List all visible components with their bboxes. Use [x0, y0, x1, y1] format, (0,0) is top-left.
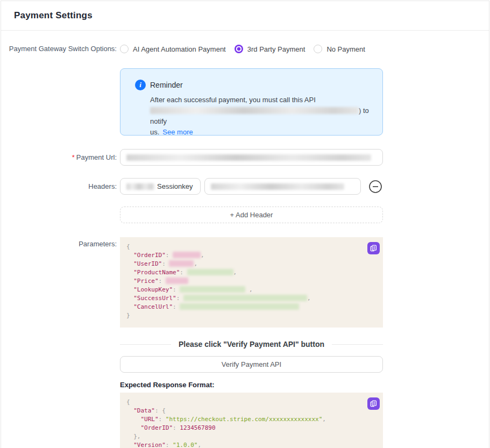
redacted-header-value	[211, 183, 344, 190]
radio-checked-icon[interactable]	[235, 45, 243, 53]
redacted-cancel-url	[180, 303, 299, 310]
redacted-order-id	[173, 252, 201, 258]
redacted-success-url	[183, 295, 307, 301]
payment-settings-card: Payment Settings Payment Gateway Switch …	[1, 1, 489, 448]
reminder-line1: After each successful payment, you must …	[150, 95, 370, 105]
header-key-input[interactable]: Sessionkey	[120, 178, 201, 195]
card-header: Payment Settings	[1, 1, 489, 31]
remove-header-button[interactable]	[368, 180, 382, 194]
expected-response-code-block: { "Data": { "URL": "https://checkout.str…	[120, 393, 383, 448]
code-line: "URL": "https://checkout.stripe.com/xxxx…	[126, 415, 377, 424]
expected-response-heading: Expected Response Format:	[120, 381, 489, 389]
parameters-row: Parameters: { "OrderID": ,	[1, 237, 489, 328]
reminder-row: i Reminder After each successful payment…	[1, 68, 489, 136]
redacted-price	[166, 278, 188, 284]
gateway-options-row: Payment Gateway Switch Options: AI Agent…	[1, 44, 489, 54]
payment-settings-form: Payment Gateway Switch Options: AI Agent…	[1, 31, 489, 448]
radio-label: 3rd Party Payment	[247, 45, 306, 53]
payment-url-input[interactable]	[120, 149, 383, 166]
code-line: "UserID": ,	[126, 260, 377, 268]
radio-unchecked-icon[interactable]	[314, 45, 322, 53]
redacted-product-name	[187, 269, 233, 275]
reminder-body: After each successful payment, you must …	[135, 95, 370, 138]
redacted-lookup-key	[180, 286, 245, 293]
required-mark: *	[72, 153, 75, 161]
payment-url-label: *Payment Url:	[1, 149, 117, 166]
code-line: }	[126, 311, 377, 320]
add-header-button[interactable]: + Add Header	[120, 207, 383, 223]
code-line: "Version": "1.0.0",	[126, 441, 377, 448]
page-title: Payment Settings	[14, 10, 93, 21]
verify-instruction-divider: Please click "Verify Payment API" button	[120, 339, 383, 350]
code-line: "LookupKey": ,	[126, 286, 377, 294]
add-header-row: + Add Header	[1, 207, 489, 223]
code-line: "Price":	[126, 277, 377, 286]
radio-label: AI Agent Automation Payment	[133, 45, 226, 53]
copy-response-button[interactable]	[367, 397, 380, 410]
reminder-line3: us.See more	[150, 127, 370, 138]
gateway-options-label: Payment Gateway Switch Options:	[1, 44, 117, 54]
code-line: "OrderID": ,	[126, 251, 377, 260]
redacted-api-url	[150, 107, 359, 114]
payment-url-row: *Payment Url:	[1, 149, 489, 166]
see-more-link[interactable]: See more	[162, 128, 193, 136]
copy-icon	[370, 400, 377, 407]
redacted-payment-url-value	[126, 154, 371, 161]
headers-row: Headers: Sessionkey	[1, 178, 489, 195]
headers-label: Headers:	[1, 178, 117, 195]
code-line: "ProductName": ,	[126, 268, 377, 277]
verify-payment-api-button[interactable]: Verify Payment API	[120, 356, 383, 373]
code-line: {	[126, 398, 377, 407]
header-key-visible-text: Sessionkey	[157, 182, 193, 190]
code-line: },	[126, 432, 377, 441]
copy-icon	[370, 245, 377, 252]
code-line: "OrderID": 1234567890	[126, 424, 377, 432]
code-line: "CancelUrl":	[126, 303, 377, 311]
reminder-title: Reminder	[150, 81, 183, 89]
redacted-user-id	[169, 260, 194, 267]
radio-ai-agent-automation-payment[interactable]: AI Agent Automation Payment	[120, 45, 226, 53]
reminder-line2: ) to notify	[150, 105, 370, 127]
header-value-input[interactable]	[204, 178, 361, 195]
radio-3rd-party-payment[interactable]: 3rd Party Payment	[235, 45, 306, 53]
copy-parameters-button[interactable]	[367, 242, 380, 254]
gateway-radio-group: AI Agent Automation Payment 3rd Party Pa…	[120, 44, 383, 54]
parameters-code-block: { "OrderID": , "UserID": , "ProductName"…	[120, 237, 383, 328]
redacted-header-key-prefix	[126, 183, 154, 190]
code-line: "SuccessUrl": ,	[126, 294, 377, 303]
reminder-alert: i Reminder After each successful payment…	[120, 68, 383, 136]
info-icon: i	[135, 80, 146, 90]
minus-circle-icon	[368, 180, 382, 194]
verify-instruction-text: Please click "Verify Payment API" button	[171, 340, 332, 349]
parameters-label: Parameters:	[1, 237, 117, 248]
radio-no-payment[interactable]: No Payment	[314, 45, 365, 53]
radio-unchecked-icon[interactable]	[120, 45, 129, 53]
code-line: "Data": {	[126, 407, 377, 415]
radio-label: No Payment	[326, 45, 365, 53]
code-line: {	[126, 243, 377, 251]
